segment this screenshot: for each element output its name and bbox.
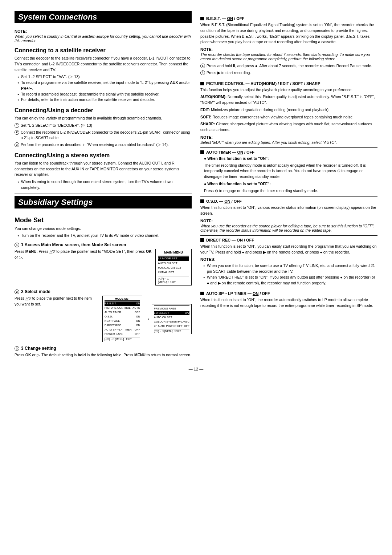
stereo-bullets: When listening to sound through the conn… bbox=[17, 179, 192, 191]
divider-auto-sp bbox=[200, 289, 377, 289]
divider-picture bbox=[200, 79, 377, 79]
direct-rec-notes-label: NOTES: bbox=[200, 257, 377, 262]
best-header: B.E.S.T. — ON / OFF bbox=[200, 16, 377, 21]
step-number: 3 bbox=[15, 142, 19, 147]
list-item: When "DIRECT REC" is set to "ON", if you… bbox=[203, 275, 377, 286]
picture-control-header: PICTURE CONTROL — AUTO(NORM) / EDIT / SO… bbox=[200, 81, 377, 86]
divider bbox=[15, 194, 192, 194]
mode-set-body: You can change various mode settings. bbox=[15, 226, 192, 232]
step-number: 1 bbox=[200, 64, 205, 68]
divider-best bbox=[200, 14, 377, 14]
mode-set-box-2: PREVIOUS PAGE L-2 SELECTA/V AUTO CH SET … bbox=[152, 304, 192, 334]
auto-timer-header: AUTO TIMER — ON / OFF bbox=[200, 150, 377, 154]
mode-row: AUTO SP→LP TIMEROFF bbox=[105, 328, 140, 332]
osd-body: When this function is set to "ON", vario… bbox=[200, 205, 377, 216]
osd-note-label: NOTE: bbox=[200, 219, 377, 223]
divider-direct-rec bbox=[200, 235, 377, 236]
square-icon bbox=[200, 150, 204, 154]
mode-row: NEXT PAGEON bbox=[105, 319, 140, 323]
mode-row: LP AUTO POWER OFFOFF bbox=[154, 324, 189, 328]
stereo-body: You can listen to the soundtrack through… bbox=[15, 161, 192, 178]
step-text: Press ▶ to start recording. bbox=[207, 70, 251, 76]
mode-row: AUTO CH SET bbox=[154, 315, 189, 320]
list-item: To record a programme via the satellite … bbox=[17, 80, 192, 92]
picture-soft-item: SOFT: Reduces image coarseness when view… bbox=[200, 114, 377, 120]
square-icon bbox=[200, 199, 204, 203]
step2-content: Press △▽ to place the pointer next to th… bbox=[15, 296, 192, 342]
decoder-step-3: 3 Perform the procedure as described in … bbox=[15, 142, 192, 148]
square-icon bbox=[200, 82, 204, 85]
mode-row: POWER SAVEOFF bbox=[105, 332, 140, 336]
auto-timer-on-text: The timer recording standby mode is auto… bbox=[204, 163, 377, 180]
main-menu-box: MAIN MENU LP MODE SET AUTO CH SET MANUAL… bbox=[155, 249, 192, 285]
left-column: System Connections NOTE: When you select… bbox=[15, 11, 192, 360]
mode-row: PICTURE CONTROLAUTO bbox=[105, 306, 140, 310]
step-number: 1 bbox=[15, 123, 19, 128]
mode-row: O.S.D.ON bbox=[105, 315, 140, 319]
note-label: NOTE: bbox=[15, 29, 192, 33]
mode-set-title-row: MODE SET bbox=[105, 297, 140, 301]
list-item: When listening to sound through the conn… bbox=[17, 179, 192, 191]
auto-sp-label: AUTO SP→LP TIMER — ON / OFF bbox=[206, 291, 270, 296]
mode-row: COLOUR SYSTEMPAL/NSC bbox=[154, 320, 189, 324]
picture-label: PICTURE CONTROL — AUTO(NORM) / EDIT / SO… bbox=[206, 81, 320, 86]
step-text: Set "L-2 SELECT" to "DECODER". (☞ 13) bbox=[21, 123, 92, 129]
mode-row: DIRECT RECON bbox=[105, 323, 140, 328]
picture-control-body: This function helps you to adjust the pl… bbox=[200, 87, 377, 93]
auto-timer-on: ● When this function is set to "ON": bbox=[204, 156, 377, 162]
section-title-system-connections: System Connections bbox=[15, 11, 192, 23]
mode-row: L-2 SELECTA/V bbox=[154, 311, 189, 315]
step3-label: 3 Change setting bbox=[21, 346, 56, 351]
best-step-1: 1 Press and hold II, and press ●. After … bbox=[200, 63, 377, 69]
auto-timer-label: AUTO TIMER — ON / OFF bbox=[206, 150, 254, 154]
right-column: B.E.S.T. — ON / OFF When B.E.S.T. (Bicon… bbox=[200, 11, 377, 360]
decoder-step-1: 1 Set "L-2 SELECT" to "DECODER". (☞ 13) bbox=[15, 123, 192, 129]
direct-rec-header: DIRECT REC — ON / OFF bbox=[200, 238, 377, 242]
step1-text: Press MENU. Press △▽ to place the pointe… bbox=[15, 249, 152, 285]
menu-title: MAIN MENU bbox=[158, 251, 189, 255]
list-item: When you use this function, be sure to u… bbox=[203, 263, 377, 275]
direct-rec-label: DIRECT REC — ON / OFF bbox=[206, 238, 254, 242]
mode-set-box: MODE SET P.B.E.S.T.ON PICTURE CONTROLAUT… bbox=[102, 296, 142, 342]
osd-header: O.S.D. — ON / OFF bbox=[200, 199, 377, 203]
step1-label: 1 Access Main Menu screen, then Mode Set… bbox=[21, 242, 126, 247]
mode-set-footer-2: [△▽]→ □ [MENU] : EXIT bbox=[154, 329, 189, 333]
picture-edit-item: EDIT: Minimizes picture degradation duri… bbox=[200, 107, 377, 113]
divider-osd bbox=[200, 197, 377, 197]
direct-rec-notes-list: When you use this function, be sure to u… bbox=[203, 263, 377, 286]
best-step-2: 2 Press ▶ to start recording. bbox=[200, 70, 377, 76]
auto-sp-header: AUTO SP→LP TIMER — ON / OFF bbox=[200, 291, 377, 296]
square-icon bbox=[200, 238, 204, 242]
step1-content: Press MENU. Press △▽ to place the pointe… bbox=[15, 249, 192, 285]
list-item: To record a scrambled broadcast, descram… bbox=[17, 92, 192, 97]
mode-row: PREVIOUS PAGE bbox=[154, 307, 189, 311]
mode-set-title: Mode Set bbox=[15, 216, 192, 224]
decoder-title: Connecting/Using a decoder bbox=[15, 107, 192, 114]
picture-note-text: Select "EDIT" when you are editing tapes… bbox=[200, 140, 377, 145]
step-number: 2 bbox=[15, 130, 19, 135]
menu-item: INITIAL SET bbox=[158, 270, 189, 275]
list-item: For details, refer to the instruction ma… bbox=[17, 97, 192, 103]
step2-header: 2 2 Select mode bbox=[15, 289, 192, 294]
arrow-icon: → bbox=[144, 315, 150, 323]
stereo-title: Connecting/Using a stereo system bbox=[15, 152, 192, 159]
osd-note-text: When you use the recorder as the source … bbox=[200, 224, 377, 232]
best-label: B.E.S.T. — ON / OFF bbox=[206, 16, 244, 21]
note-text: When you select a country in Central or … bbox=[15, 34, 192, 43]
step2-text: Press △▽ to place the pointer next to th… bbox=[15, 296, 99, 342]
mode-set-footer: [△▽]→ □ [MENU] : EXIT bbox=[105, 337, 140, 341]
square-icon bbox=[200, 292, 204, 295]
satellite-title: Connecting to a satellite receiver bbox=[15, 47, 192, 54]
menu-item: AUTO CH SET bbox=[158, 261, 189, 266]
divider-auto-timer bbox=[200, 147, 377, 148]
step-text: Connect the recorder's L-2 IN/DECODER co… bbox=[21, 130, 192, 141]
auto-timer-off: ● When this function is set to "OFF": bbox=[204, 181, 377, 187]
step3-text: Press OK or ▷. The default setting is bo… bbox=[15, 352, 192, 358]
list-item: Turn on the recorder and the TV, and set… bbox=[17, 233, 192, 239]
intro-note: NOTE: When you select a country in Centr… bbox=[15, 29, 192, 43]
page-container: System Connections NOTE: When you select… bbox=[15, 11, 377, 360]
menu-footer: [△▽]→ □[MENU] : EXIT bbox=[158, 276, 189, 284]
decoder-step-2: 2 Connect the recorder's L-2 IN/DECODER … bbox=[15, 130, 192, 141]
page-number: — 12 — bbox=[15, 367, 377, 371]
step2-label: 2 Select mode bbox=[21, 289, 50, 294]
